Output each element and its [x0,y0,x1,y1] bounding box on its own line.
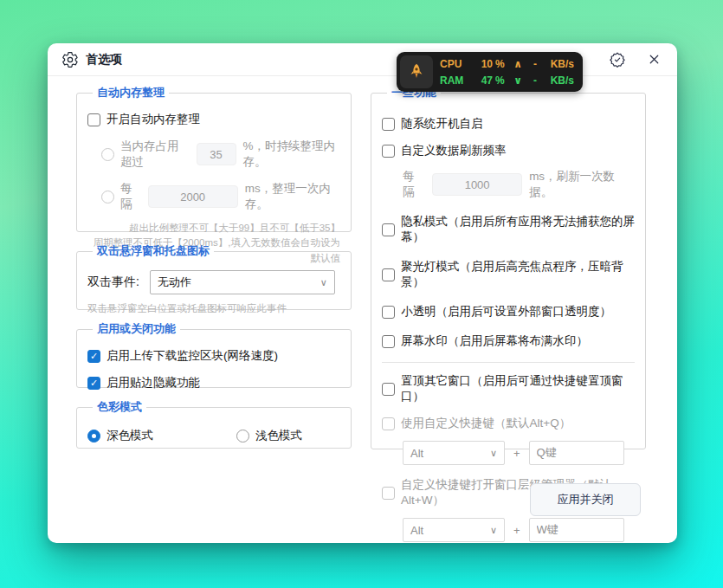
cleanup-by-ratio-radio [101,148,114,161]
doubleclick-event-select[interactable]: 无动作 ∨ [150,270,335,294]
screen-watermark-label: 屏幕水印（启用后屏幕将布满水印） [401,333,588,349]
memory-cleanup-title: 自动内存整理 [93,85,169,100]
rocket-icon [400,55,433,88]
doubleclick-hint: 双击悬浮窗空白位置或托盘图标可响应此事件 [87,301,340,316]
badge-check-button[interactable] [607,49,628,70]
refresh-ms-input [432,173,522,196]
chevron-up-icon: ∧ [510,58,526,70]
mini-transparency-label: 小透明（启用后可设置外部窗口透明度） [401,304,611,320]
net-monitor-block-checkbox[interactable]: ✓ [87,350,100,363]
light-mode-label: 浅色模式 [255,428,302,443]
chevron-down-icon: ∨ [510,74,526,87]
privacy-mode-checkbox[interactable] [382,223,395,236]
doubleclick-event-label: 双击事件: [87,275,139,290]
color-mode-group: 色彩模式 深色模式 浅色模式 [76,399,352,449]
ram-label: RAM [440,74,469,87]
ram-unit: % [495,74,507,87]
cpu-unit: % [495,58,507,70]
memory-cleanup-group: 自动内存整理 开启自动内存整理 当内存占用超过 %，时持续整理内存。 每隔 ms… [76,85,352,232]
hotkey1-plus: + [513,447,520,460]
ram-net-value: - [528,74,542,87]
topmost-window-label: 置顶其它窗口（启用后可通过快捷键置顶窗口） [401,373,635,404]
close-icon [647,52,662,67]
light-mode-radio[interactable] [236,430,249,443]
custom-hotkey-checkbox [382,417,395,430]
badge-check-icon [609,51,626,68]
net-monitor-block-label: 启用上传下载监控区块(网络速度) [107,348,278,364]
apply-and-close-button[interactable]: 应用并关闭 [530,483,641,516]
cpu-net-unit: KB/s [545,58,574,70]
chevron-down-icon: ∨ [490,448,497,459]
hotkey1-modifier-select: Alt ∨ [403,441,505,465]
feature-toggles-title: 启用或关闭功能 [93,321,180,337]
hotkey2-plus: + [513,524,520,537]
cpu-row: CPU 10 % ∧ - KB/s [440,55,574,72]
gear-icon [61,51,79,68]
topmost-window-checkbox[interactable] [382,383,395,396]
ratio-threshold-input [197,143,236,165]
edge-hide-checkbox[interactable]: ✓ [87,377,100,390]
autostart-checkbox[interactable] [382,118,395,131]
enable-auto-cleanup-checkbox[interactable] [87,113,100,126]
hotkey2-modifier-select: Alt ∨ [403,518,505,542]
enable-auto-cleanup-label: 开启自动内存整理 [107,112,200,127]
doubleclick-selected-option: 无动作 [158,275,191,290]
hotkey2-modifier-value: Alt [410,524,423,537]
manager-hotkey-checkbox [382,487,395,500]
hotkey1-modifier-value: Alt [410,447,423,460]
spotlight-mode-label: 聚光灯模式（启用后高亮焦点程序，压暗背景） [401,259,635,290]
custom-refresh-checkbox[interactable] [382,145,395,158]
hotkey2-key-input [529,518,624,542]
page-title: 首选项 [86,52,122,68]
monitor-readout: CPU 10 % ∧ - KB/s RAM 47 % ∨ - KB/s [440,55,574,88]
refresh-suffix: ms，刷新一次数据。 [529,169,635,200]
feature-toggles-group: 启用或关闭功能 ✓ 启用上传下载监控区块(网络速度) ✓ 启用贴边隐藏功能 [76,321,352,388]
cpu-net-value: - [528,58,542,70]
edge-hide-label: 启用贴边隐藏功能 [107,375,200,391]
screen-watermark-checkbox[interactable] [382,335,395,348]
ram-net-unit: KB/s [545,74,574,87]
spotlight-mode-checkbox[interactable] [382,268,395,281]
cpu-label: CPU [440,58,469,70]
cpu-value: 10 [472,58,493,70]
left-column: 自动内存整理 开启自动内存整理 当内存占用超过 %，时持续整理内存。 每隔 ms… [76,85,352,460]
right-column: 一些功能 随系统开机自启 自定义数据刷新频率 每隔 ms，刷新一次数据。 隐私模… [371,85,646,461]
preferences-window: 首选项 [48,43,677,543]
dark-mode-label: 深色模式 [107,428,153,443]
chevron-down-icon: ∨ [320,277,327,288]
ratio-prefix: 当内存占用超过 [120,139,190,170]
desktop: { "colors": { "accent": "#1677d2", "sect… [0,0,723,588]
privacy-mode-label: 隐私模式（启用后所有应用将无法捕获您的屏幕） [401,214,635,245]
refresh-prefix: 每隔 [403,169,425,200]
features-group: 一些功能 随系统开机自启 自定义数据刷新频率 每隔 ms，刷新一次数据。 隐私模… [371,85,646,449]
dark-mode-radio[interactable] [87,430,100,443]
section-divider [382,362,635,363]
ram-row: RAM 47 % ∨ - KB/s [440,72,574,88]
autostart-label: 随系统开机自启 [401,116,483,132]
custom-hotkey-label: 使用自定义快捷键（默认Alt+Q） [401,416,571,431]
interval-ms-input [148,185,238,208]
interval-suffix: ms，整理一次内存。 [245,181,340,212]
chevron-down-icon: ∨ [490,525,497,536]
interval-prefix: 每隔 [120,181,141,212]
memory-hint-line1: 超出比例整理不可【大于99】且不可【低于35】 [87,221,340,236]
doubleclick-title: 双击悬浮窗和托盘图标 [93,243,214,259]
color-mode-title: 色彩模式 [93,399,146,415]
ratio-suffix: %，时持续整理内存。 [243,139,340,170]
mini-transparency-checkbox[interactable] [382,306,395,319]
close-button[interactable] [645,50,663,68]
cleanup-by-interval-radio [101,191,114,204]
ram-value: 47 [472,74,493,87]
hotkey1-key-input [529,441,624,465]
monitor-widget[interactable]: CPU 10 % ∧ - KB/s RAM 47 % ∨ - KB/s [397,52,583,92]
custom-refresh-label: 自定义数据刷新频率 [401,143,507,158]
